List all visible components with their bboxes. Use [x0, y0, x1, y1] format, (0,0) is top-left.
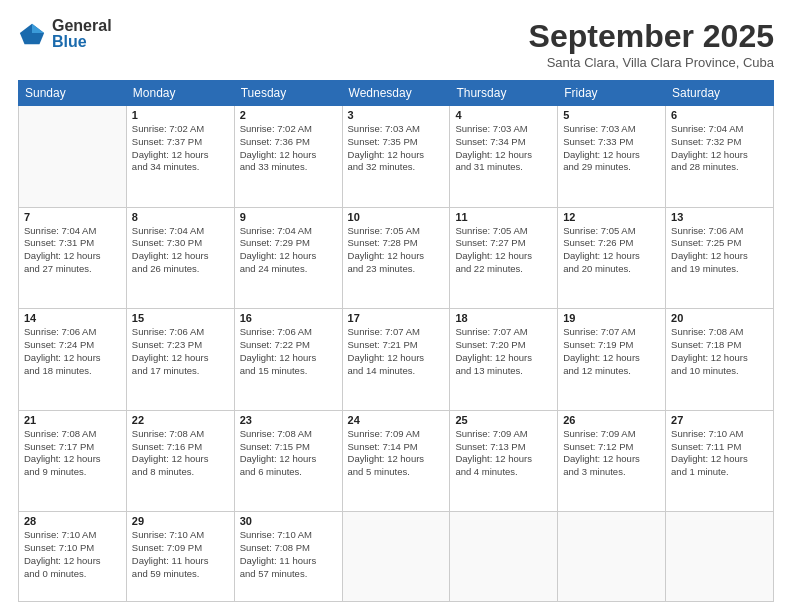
logo-text: General Blue [52, 18, 112, 50]
calendar-page: General Blue September 2025 Santa Clara,… [0, 0, 792, 612]
calendar-table: Sunday Monday Tuesday Wednesday Thursday… [18, 80, 774, 602]
day-number-10: 10 [348, 211, 445, 223]
day-number-24: 24 [348, 414, 445, 426]
day-info-2: Sunrise: 7:02 AMSunset: 7:36 PMDaylight:… [240, 123, 337, 174]
day-number-28: 28 [24, 515, 121, 527]
day-number-11: 11 [455, 211, 552, 223]
day-info-9: Sunrise: 7:04 AMSunset: 7:29 PMDaylight:… [240, 225, 337, 276]
cell-4-4 [450, 512, 558, 602]
day-info-13: Sunrise: 7:06 AMSunset: 7:25 PMDaylight:… [671, 225, 768, 276]
cell-4-6 [666, 512, 774, 602]
day-info-19: Sunrise: 7:07 AMSunset: 7:19 PMDaylight:… [563, 326, 660, 377]
cell-2-2: 16Sunrise: 7:06 AMSunset: 7:22 PMDayligh… [234, 309, 342, 411]
cell-2-0: 14Sunrise: 7:06 AMSunset: 7:24 PMDayligh… [19, 309, 127, 411]
day-number-26: 26 [563, 414, 660, 426]
day-number-25: 25 [455, 414, 552, 426]
day-info-17: Sunrise: 7:07 AMSunset: 7:21 PMDaylight:… [348, 326, 445, 377]
header-monday: Monday [126, 81, 234, 106]
day-number-14: 14 [24, 312, 121, 324]
cell-0-0 [19, 106, 127, 208]
cell-3-0: 21Sunrise: 7:08 AMSunset: 7:17 PMDayligh… [19, 410, 127, 512]
day-info-15: Sunrise: 7:06 AMSunset: 7:23 PMDaylight:… [132, 326, 229, 377]
cell-1-3: 10Sunrise: 7:05 AMSunset: 7:28 PMDayligh… [342, 207, 450, 309]
day-info-10: Sunrise: 7:05 AMSunset: 7:28 PMDaylight:… [348, 225, 445, 276]
day-number-21: 21 [24, 414, 121, 426]
day-info-28: Sunrise: 7:10 AMSunset: 7:10 PMDaylight:… [24, 529, 121, 580]
day-number-6: 6 [671, 109, 768, 121]
cell-1-6: 13Sunrise: 7:06 AMSunset: 7:25 PMDayligh… [666, 207, 774, 309]
cell-2-3: 17Sunrise: 7:07 AMSunset: 7:21 PMDayligh… [342, 309, 450, 411]
day-number-23: 23 [240, 414, 337, 426]
cell-4-3 [342, 512, 450, 602]
cell-1-1: 8Sunrise: 7:04 AMSunset: 7:30 PMDaylight… [126, 207, 234, 309]
day-info-4: Sunrise: 7:03 AMSunset: 7:34 PMDaylight:… [455, 123, 552, 174]
day-number-27: 27 [671, 414, 768, 426]
logo: General Blue [18, 18, 112, 50]
cell-1-0: 7Sunrise: 7:04 AMSunset: 7:31 PMDaylight… [19, 207, 127, 309]
day-info-22: Sunrise: 7:08 AMSunset: 7:16 PMDaylight:… [132, 428, 229, 479]
header-tuesday: Tuesday [234, 81, 342, 106]
logo-icon [18, 20, 46, 48]
logo-general-text: General [52, 18, 112, 34]
day-number-18: 18 [455, 312, 552, 324]
week-row-4: 21Sunrise: 7:08 AMSunset: 7:17 PMDayligh… [19, 410, 774, 512]
day-number-29: 29 [132, 515, 229, 527]
cell-1-2: 9Sunrise: 7:04 AMSunset: 7:29 PMDaylight… [234, 207, 342, 309]
day-info-30: Sunrise: 7:10 AMSunset: 7:08 PMDaylight:… [240, 529, 337, 580]
day-number-8: 8 [132, 211, 229, 223]
day-number-12: 12 [563, 211, 660, 223]
day-number-13: 13 [671, 211, 768, 223]
day-number-15: 15 [132, 312, 229, 324]
day-number-16: 16 [240, 312, 337, 324]
title-block: September 2025 Santa Clara, Villa Clara … [529, 18, 774, 70]
cell-0-5: 5Sunrise: 7:03 AMSunset: 7:33 PMDaylight… [558, 106, 666, 208]
day-number-30: 30 [240, 515, 337, 527]
day-number-19: 19 [563, 312, 660, 324]
day-info-14: Sunrise: 7:06 AMSunset: 7:24 PMDaylight:… [24, 326, 121, 377]
cell-2-5: 19Sunrise: 7:07 AMSunset: 7:19 PMDayligh… [558, 309, 666, 411]
cell-0-2: 2Sunrise: 7:02 AMSunset: 7:36 PMDaylight… [234, 106, 342, 208]
day-number-1: 1 [132, 109, 229, 121]
day-info-5: Sunrise: 7:03 AMSunset: 7:33 PMDaylight:… [563, 123, 660, 174]
cell-4-2: 30Sunrise: 7:10 AMSunset: 7:08 PMDayligh… [234, 512, 342, 602]
cell-4-5 [558, 512, 666, 602]
header-saturday: Saturday [666, 81, 774, 106]
cell-4-0: 28Sunrise: 7:10 AMSunset: 7:10 PMDayligh… [19, 512, 127, 602]
cell-3-2: 23Sunrise: 7:08 AMSunset: 7:15 PMDayligh… [234, 410, 342, 512]
day-info-23: Sunrise: 7:08 AMSunset: 7:15 PMDaylight:… [240, 428, 337, 479]
week-row-5: 28Sunrise: 7:10 AMSunset: 7:10 PMDayligh… [19, 512, 774, 602]
day-number-9: 9 [240, 211, 337, 223]
day-info-3: Sunrise: 7:03 AMSunset: 7:35 PMDaylight:… [348, 123, 445, 174]
day-info-16: Sunrise: 7:06 AMSunset: 7:22 PMDaylight:… [240, 326, 337, 377]
month-title: September 2025 [529, 18, 774, 55]
day-number-22: 22 [132, 414, 229, 426]
day-info-29: Sunrise: 7:10 AMSunset: 7:09 PMDaylight:… [132, 529, 229, 580]
day-info-7: Sunrise: 7:04 AMSunset: 7:31 PMDaylight:… [24, 225, 121, 276]
day-info-27: Sunrise: 7:10 AMSunset: 7:11 PMDaylight:… [671, 428, 768, 479]
day-info-20: Sunrise: 7:08 AMSunset: 7:18 PMDaylight:… [671, 326, 768, 377]
day-info-21: Sunrise: 7:08 AMSunset: 7:17 PMDaylight:… [24, 428, 121, 479]
day-number-20: 20 [671, 312, 768, 324]
week-row-3: 14Sunrise: 7:06 AMSunset: 7:24 PMDayligh… [19, 309, 774, 411]
day-info-18: Sunrise: 7:07 AMSunset: 7:20 PMDaylight:… [455, 326, 552, 377]
day-info-24: Sunrise: 7:09 AMSunset: 7:14 PMDaylight:… [348, 428, 445, 479]
day-info-26: Sunrise: 7:09 AMSunset: 7:12 PMDaylight:… [563, 428, 660, 479]
day-info-8: Sunrise: 7:04 AMSunset: 7:30 PMDaylight:… [132, 225, 229, 276]
day-info-11: Sunrise: 7:05 AMSunset: 7:27 PMDaylight:… [455, 225, 552, 276]
cell-0-4: 4Sunrise: 7:03 AMSunset: 7:34 PMDaylight… [450, 106, 558, 208]
cell-3-3: 24Sunrise: 7:09 AMSunset: 7:14 PMDayligh… [342, 410, 450, 512]
day-info-12: Sunrise: 7:05 AMSunset: 7:26 PMDaylight:… [563, 225, 660, 276]
day-info-25: Sunrise: 7:09 AMSunset: 7:13 PMDaylight:… [455, 428, 552, 479]
cell-1-5: 12Sunrise: 7:05 AMSunset: 7:26 PMDayligh… [558, 207, 666, 309]
day-number-17: 17 [348, 312, 445, 324]
day-info-1: Sunrise: 7:02 AMSunset: 7:37 PMDaylight:… [132, 123, 229, 174]
week-row-2: 7Sunrise: 7:04 AMSunset: 7:31 PMDaylight… [19, 207, 774, 309]
cell-3-5: 26Sunrise: 7:09 AMSunset: 7:12 PMDayligh… [558, 410, 666, 512]
location: Santa Clara, Villa Clara Province, Cuba [529, 55, 774, 70]
cell-4-1: 29Sunrise: 7:10 AMSunset: 7:09 PMDayligh… [126, 512, 234, 602]
cell-0-1: 1Sunrise: 7:02 AMSunset: 7:37 PMDaylight… [126, 106, 234, 208]
day-info-6: Sunrise: 7:04 AMSunset: 7:32 PMDaylight:… [671, 123, 768, 174]
cell-3-6: 27Sunrise: 7:10 AMSunset: 7:11 PMDayligh… [666, 410, 774, 512]
svg-marker-1 [32, 24, 44, 33]
week-row-1: 1Sunrise: 7:02 AMSunset: 7:37 PMDaylight… [19, 106, 774, 208]
